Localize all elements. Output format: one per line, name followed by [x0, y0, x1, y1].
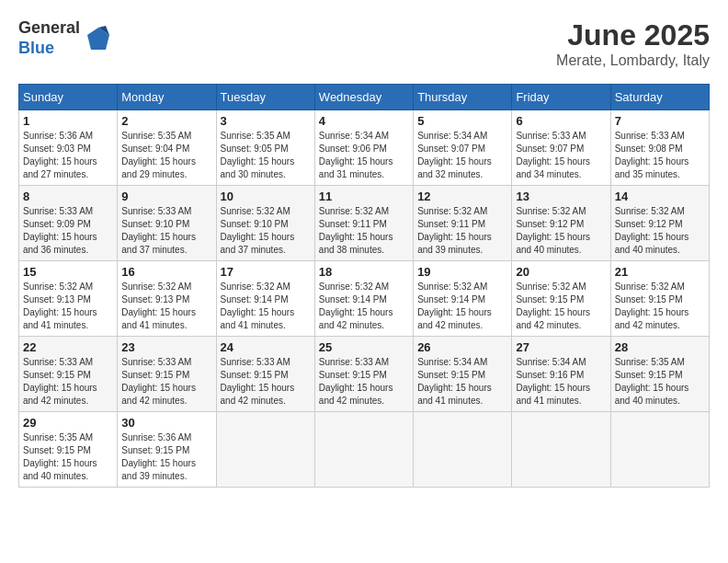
day-info-25: Sunrise: 5:33 AM Sunset: 9:15 PM Dayligh…: [319, 356, 409, 408]
day-cell-1: 1 Sunrise: 5:36 AM Sunset: 9:03 PM Dayli…: [19, 110, 118, 186]
day-info-9: Sunrise: 5:33 AM Sunset: 9:10 PM Dayligh…: [121, 205, 211, 257]
empty-cell: [414, 412, 512, 488]
day-info-30: Sunrise: 5:36 AM Sunset: 9:15 PM Dayligh…: [121, 431, 211, 483]
day-number-19: 19: [417, 265, 507, 279]
day-cell-22: 22 Sunrise: 5:33 AM Sunset: 9:15 PM Dayl…: [19, 337, 118, 412]
page-header: General Blue June 2025 Merate, Lombardy,…: [18, 18, 710, 69]
day-cell-12: 12 Sunrise: 5:32 AM Sunset: 9:11 PM Dayl…: [414, 186, 512, 261]
day-cell-5: 5 Sunrise: 5:34 AM Sunset: 9:07 PM Dayli…: [414, 110, 512, 186]
title-block: June 2025 Merate, Lombardy, Italy: [556, 18, 710, 69]
day-cell-6: 6 Sunrise: 5:33 AM Sunset: 9:07 PM Dayli…: [512, 110, 610, 186]
day-info-24: Sunrise: 5:33 AM Sunset: 9:15 PM Dayligh…: [221, 356, 311, 408]
day-number-4: 4: [319, 114, 409, 128]
day-number-26: 26: [417, 340, 507, 354]
day-info-6: Sunrise: 5:33 AM Sunset: 9:07 PM Dayligh…: [516, 130, 606, 181]
day-cell-27: 27 Sunrise: 5:34 AM Sunset: 9:16 PM Dayl…: [512, 337, 610, 412]
day-number-8: 8: [23, 190, 113, 203]
day-number-12: 12: [417, 190, 507, 203]
day-cell-2: 2 Sunrise: 5:35 AM Sunset: 9:04 PM Dayli…: [118, 110, 216, 186]
day-cell-16: 16 Sunrise: 5:32 AM Sunset: 9:13 PM Dayl…: [118, 261, 216, 337]
week-row-1: 1 Sunrise: 5:36 AM Sunset: 9:03 PM Dayli…: [19, 110, 710, 186]
day-number-28: 28: [615, 340, 705, 354]
day-info-19: Sunrise: 5:32 AM Sunset: 9:14 PM Dayligh…: [417, 281, 507, 332]
week-row-2: 8 Sunrise: 5:33 AM Sunset: 9:09 PM Dayli…: [19, 186, 710, 261]
day-cell-18: 18 Sunrise: 5:32 AM Sunset: 9:14 PM Dayl…: [314, 261, 413, 337]
day-number-6: 6: [516, 114, 606, 128]
day-info-23: Sunrise: 5:33 AM Sunset: 9:15 PM Dayligh…: [121, 356, 211, 408]
empty-cell: [610, 412, 709, 488]
day-number-22: 22: [23, 340, 113, 354]
day-number-11: 11: [319, 190, 409, 203]
day-cell-13: 13 Sunrise: 5:32 AM Sunset: 9:12 PM Dayl…: [512, 186, 610, 261]
day-cell-3: 3 Sunrise: 5:35 AM Sunset: 9:05 PM Dayli…: [216, 110, 314, 186]
day-number-18: 18: [319, 265, 409, 279]
day-info-21: Sunrise: 5:32 AM Sunset: 9:15 PM Dayligh…: [615, 281, 705, 332]
day-info-5: Sunrise: 5:34 AM Sunset: 9:07 PM Dayligh…: [417, 130, 507, 181]
day-number-29: 29: [23, 416, 113, 430]
day-number-2: 2: [121, 114, 211, 128]
header-wednesday: Wednesday: [314, 85, 413, 110]
day-cell-10: 10 Sunrise: 5:32 AM Sunset: 9:10 PM Dayl…: [216, 186, 314, 261]
week-row-5: 29 Sunrise: 5:35 AM Sunset: 9:15 PM Dayl…: [19, 412, 710, 488]
location-title: Merate, Lombardy, Italy: [556, 52, 710, 69]
day-number-20: 20: [516, 265, 606, 279]
logo-general-text: General: [18, 18, 80, 37]
calendar-table: Sunday Monday Tuesday Wednesday Thursday…: [18, 84, 710, 488]
day-info-15: Sunrise: 5:32 AM Sunset: 9:13 PM Dayligh…: [23, 281, 113, 332]
day-info-20: Sunrise: 5:32 AM Sunset: 9:15 PM Dayligh…: [516, 281, 606, 332]
day-number-24: 24: [221, 340, 311, 354]
day-cell-15: 15 Sunrise: 5:32 AM Sunset: 9:13 PM Dayl…: [19, 261, 118, 337]
day-number-23: 23: [121, 340, 211, 354]
day-number-10: 10: [221, 190, 311, 203]
empty-cell: [314, 412, 413, 488]
day-number-30: 30: [121, 416, 211, 430]
week-row-4: 22 Sunrise: 5:33 AM Sunset: 9:15 PM Dayl…: [19, 337, 710, 412]
day-info-11: Sunrise: 5:32 AM Sunset: 9:11 PM Dayligh…: [319, 205, 409, 257]
day-number-16: 16: [121, 265, 211, 279]
empty-cell: [512, 412, 610, 488]
day-cell-19: 19 Sunrise: 5:32 AM Sunset: 9:14 PM Dayl…: [414, 261, 512, 337]
day-cell-21: 21 Sunrise: 5:32 AM Sunset: 9:15 PM Dayl…: [610, 261, 709, 337]
day-number-15: 15: [23, 265, 113, 279]
day-info-1: Sunrise: 5:36 AM Sunset: 9:03 PM Dayligh…: [23, 130, 113, 181]
day-number-3: 3: [221, 114, 311, 128]
day-info-12: Sunrise: 5:32 AM Sunset: 9:11 PM Dayligh…: [417, 205, 507, 257]
day-cell-4: 4 Sunrise: 5:34 AM Sunset: 9:06 PM Dayli…: [314, 110, 413, 186]
day-info-10: Sunrise: 5:32 AM Sunset: 9:10 PM Dayligh…: [221, 205, 311, 257]
day-info-14: Sunrise: 5:32 AM Sunset: 9:12 PM Dayligh…: [615, 205, 705, 257]
day-info-27: Sunrise: 5:34 AM Sunset: 9:16 PM Dayligh…: [516, 356, 606, 408]
day-number-13: 13: [516, 190, 606, 203]
day-cell-26: 26 Sunrise: 5:34 AM Sunset: 9:15 PM Dayl…: [414, 337, 512, 412]
day-cell-20: 20 Sunrise: 5:32 AM Sunset: 9:15 PM Dayl…: [512, 261, 610, 337]
day-cell-29: 29 Sunrise: 5:35 AM Sunset: 9:15 PM Dayl…: [19, 412, 118, 488]
logo-icon: [84, 24, 113, 53]
day-cell-25: 25 Sunrise: 5:33 AM Sunset: 9:15 PM Dayl…: [314, 337, 413, 412]
month-title: June 2025: [556, 18, 710, 52]
day-info-18: Sunrise: 5:32 AM Sunset: 9:14 PM Dayligh…: [319, 281, 409, 332]
day-number-27: 27: [516, 340, 606, 354]
day-number-9: 9: [121, 190, 211, 203]
header-sunday: Sunday: [19, 85, 118, 110]
day-info-4: Sunrise: 5:34 AM Sunset: 9:06 PM Dayligh…: [319, 130, 409, 181]
day-cell-14: 14 Sunrise: 5:32 AM Sunset: 9:12 PM Dayl…: [610, 186, 709, 261]
day-cell-8: 8 Sunrise: 5:33 AM Sunset: 9:09 PM Dayli…: [19, 186, 118, 261]
day-cell-9: 9 Sunrise: 5:33 AM Sunset: 9:10 PM Dayli…: [118, 186, 216, 261]
day-info-3: Sunrise: 5:35 AM Sunset: 9:05 PM Dayligh…: [221, 130, 311, 181]
header-thursday: Thursday: [414, 85, 512, 110]
day-number-7: 7: [615, 114, 705, 128]
header-friday: Friday: [512, 85, 610, 110]
day-cell-7: 7 Sunrise: 5:33 AM Sunset: 9:08 PM Dayli…: [610, 110, 709, 186]
day-cell-24: 24 Sunrise: 5:33 AM Sunset: 9:15 PM Dayl…: [216, 337, 314, 412]
day-number-1: 1: [23, 114, 113, 128]
week-row-3: 15 Sunrise: 5:32 AM Sunset: 9:13 PM Dayl…: [19, 261, 710, 337]
day-number-5: 5: [417, 114, 507, 128]
day-number-21: 21: [615, 265, 705, 279]
day-number-25: 25: [319, 340, 409, 354]
day-info-26: Sunrise: 5:34 AM Sunset: 9:15 PM Dayligh…: [417, 356, 507, 408]
header-saturday: Saturday: [610, 85, 709, 110]
empty-cell: [216, 412, 314, 488]
day-cell-23: 23 Sunrise: 5:33 AM Sunset: 9:15 PM Dayl…: [118, 337, 216, 412]
day-cell-30: 30 Sunrise: 5:36 AM Sunset: 9:15 PM Dayl…: [118, 412, 216, 488]
header-monday: Monday: [118, 85, 216, 110]
day-info-17: Sunrise: 5:32 AM Sunset: 9:14 PM Dayligh…: [221, 281, 311, 332]
